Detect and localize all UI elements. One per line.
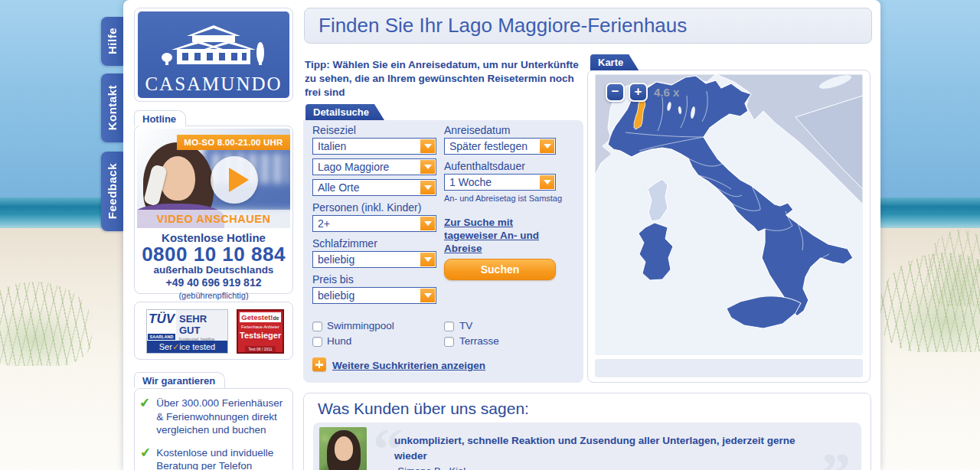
tuv-region: SAARLAND <box>148 334 175 340</box>
tuv-footer: Ser✓ice tested <box>147 341 227 353</box>
duration-label: Aufenthaltsdauer <box>444 160 525 172</box>
more-criteria-link[interactable]: Weitere Suchkriterien anzeigen <box>332 360 485 373</box>
testimonial-author: -Simone B., Kiel <box>394 465 466 470</box>
place-select[interactable]: Alle Orte <box>312 179 436 196</box>
bedrooms-label: Schlafzimmer <box>312 237 377 250</box>
country-select[interactable]: Italien <box>312 138 436 155</box>
sidebar-tab-label: Hilfe <box>106 28 119 54</box>
checkbox-swimmingpool[interactable] <box>312 321 322 331</box>
chevron-down-icon[interactable] <box>420 217 435 230</box>
chevron-down-icon[interactable] <box>420 181 435 194</box>
tuv-brand: TÜV <box>147 312 176 327</box>
brand-name: CASAMUNDO <box>145 74 282 93</box>
zoom-in-button[interactable]: + <box>629 83 648 102</box>
guarantee-tab: Wir garantieren <box>134 372 225 388</box>
checkbox-label: Hund <box>327 335 351 347</box>
video-watch-label: VIDEO ANSCHAUEN <box>137 210 290 228</box>
green-check-icon: ✔ <box>139 396 154 437</box>
testimonial-card: “ unkompliziert, schnelle Reaktion und Z… <box>313 423 861 470</box>
certificates-box: TÜV SAARLAND SEHR GUT Kundenurteil, frei… <box>134 302 293 360</box>
agent-face <box>160 156 195 201</box>
getestet-category: Ferienhaus-Anbieter <box>240 325 281 329</box>
duration-note: An- und Abreisetag ist Samstag <box>444 194 562 203</box>
persons-select[interactable]: 2+ <box>312 215 436 232</box>
checkbox-terrasse[interactable] <box>444 337 454 347</box>
chevron-down-icon[interactable] <box>420 253 435 266</box>
detail-search-panel: Reiseziel Italien Lago Maggiore Alle Ort… <box>303 120 583 383</box>
price-value: beliebig <box>318 289 354 302</box>
testimonials-box: Was Kunden über uns sagen: “ unkomplizie… <box>303 393 871 470</box>
italy-map[interactable]: − + 4.6 x <box>595 74 863 355</box>
checkbox-tv[interactable] <box>444 321 454 331</box>
price-label: Preis bis <box>312 273 354 286</box>
close-quote-icon: ” <box>821 444 851 470</box>
place-value: Alle Orte <box>318 181 359 194</box>
testimonial-quote: unkompliziert, schnelle Reaktion und Zus… <box>394 433 823 463</box>
opening-hours-banner: MO-SO 8.00-21.00 UHR <box>177 135 290 150</box>
zoom-out-button[interactable]: − <box>606 83 625 102</box>
arrival-select[interactable]: Später festlegen <box>444 138 556 155</box>
check-icon: ✓ <box>172 342 179 351</box>
hotline-video-thumbnail[interactable]: MO-SO 8.00-21.00 UHR VIDEO ANSCHAUEN <box>137 129 290 228</box>
chevron-down-icon[interactable] <box>420 160 435 174</box>
country-value: Italien <box>318 140 346 152</box>
guarantee-item: ✔ Über 300.000 Ferienhäuser & Ferienwohn… <box>141 397 286 437</box>
checkbox-label: Terrasse <box>459 335 499 347</box>
getestet-award: Testsieger <box>240 331 281 340</box>
chevron-down-icon[interactable] <box>540 139 554 153</box>
villa-illustration-icon <box>156 19 271 74</box>
tuv-logo: TÜV SAARLAND <box>147 310 176 342</box>
map-footer-strip <box>595 359 863 377</box>
search-button[interactable]: Suchen <box>444 259 556 280</box>
play-icon[interactable] <box>211 156 258 204</box>
persons-value: 2+ <box>318 217 330 230</box>
checkbox-label: Swimmingpool <box>327 320 394 331</box>
sidebar-tab-label: Kontakt <box>106 85 119 130</box>
hotline-phone-number: 0800 10 10 884 <box>135 243 292 266</box>
italy-map-svg <box>595 74 863 355</box>
map-tab[interactable]: Karte <box>590 54 639 70</box>
region-select[interactable]: Lago Maggiore <box>312 158 436 175</box>
sidebar-tab-label: Feedback <box>106 163 119 219</box>
testimonials-heading: Was Kunden über uns sagen: <box>318 400 529 418</box>
content-container: CASAMUNDO Hotline MO-SO 8.00-21.00 UHR V… <box>123 0 880 470</box>
detail-search-tab[interactable]: Detailsuche <box>305 104 384 120</box>
sidebar-tab-hilfe[interactable]: Hilfe <box>101 17 123 66</box>
sidebar-tab-feedback[interactable]: Feedback <box>101 152 123 231</box>
getestet-test-date: Test 06 / 2011 <box>245 346 275 352</box>
chevron-down-icon[interactable] <box>420 289 435 302</box>
checkbox-hund[interactable] <box>312 337 322 347</box>
guarantee-text: Kostenlose und inviduelle Beratung per T… <box>156 446 286 470</box>
green-check-icon: ✔ <box>139 446 153 470</box>
logo-box[interactable]: CASAMUNDO <box>134 8 293 102</box>
getestet-title: Getestet!de <box>240 312 281 322</box>
intl-phone-number: +49 40 696 919 812 <box>166 276 262 289</box>
guarantee-item: ✔ Kostenlose und inviduelle Beratung per… <box>141 446 286 470</box>
bedrooms-select[interactable]: beliebig <box>312 251 436 268</box>
price-select[interactable]: beliebig <box>312 287 436 304</box>
intl-phone-note: (gebührenpflichtig) <box>178 291 248 300</box>
arrival-label: Anreisedatum <box>444 124 510 136</box>
zoom-level-label: 4.6 x <box>654 86 679 99</box>
map-box: − + 4.6 x <box>587 70 871 383</box>
arrival-value: Später festlegen <box>449 140 528 152</box>
page-title: Finden Sie Ihr Lago Maggiore-Ferienhaus <box>304 8 872 44</box>
destination-label: Reiseziel <box>312 124 356 136</box>
plus-icon[interactable] <box>312 357 326 371</box>
abroad-label: außerhalb Deutschlands <box>135 264 292 276</box>
duration-value: 1 Woche <box>449 176 492 188</box>
international-phone: +49 40 696 919 812 (gebührenpflichtig) <box>135 276 292 301</box>
page: Hilfe Kontakt Feedback <box>0 0 980 470</box>
tip-text: Tipp: Wählen Sie ein Anreisedatum, um nu… <box>305 58 590 100</box>
sidebar-tab-kontakt[interactable]: Kontakt <box>101 73 123 142</box>
guarantee-text: Über 300.000 Ferienhäuser & Ferienwohnun… <box>156 397 286 437</box>
hotline-box: MO-SO 8.00-21.00 UHR VIDEO ANSCHAUEN Kos… <box>134 126 293 294</box>
day-search-link[interactable]: Zur Suche mit tageweiser An- und Abreise <box>444 217 564 256</box>
chevron-down-icon[interactable] <box>420 139 435 153</box>
guarantee-box: ✔ Über 300.000 Ferienhäuser & Ferienwohn… <box>134 388 293 470</box>
customer-avatar <box>319 427 367 470</box>
persons-label: Personen (inkl. Kinder) <box>312 201 421 214</box>
chevron-down-icon[interactable] <box>540 175 554 189</box>
bedrooms-value: beliebig <box>318 253 354 266</box>
duration-select[interactable]: 1 Woche <box>444 174 556 191</box>
